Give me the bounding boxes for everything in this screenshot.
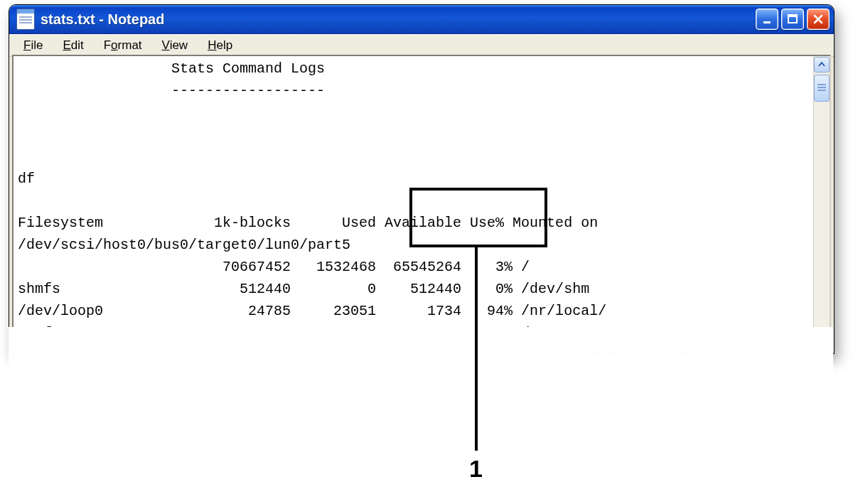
menu-file[interactable]: File: [14, 37, 53, 54]
minimize-icon: [761, 14, 773, 25]
df-device-path: /dev/scsi/host0/bus0/target0/lun0/part5: [18, 237, 350, 253]
menu-format[interactable]: Format: [94, 37, 152, 54]
notepad-icon: [16, 9, 35, 30]
menu-help[interactable]: Help: [198, 37, 242, 54]
heading-underline: ------------------: [171, 82, 325, 99]
close-button[interactable]: [807, 9, 830, 30]
maximize-icon: [787, 14, 798, 25]
text-area[interactable]: Stats Command Logs ------------------ df…: [14, 56, 813, 352]
svg-rect-2: [788, 15, 797, 17]
chevron-up-icon: [818, 61, 825, 68]
heading-text: Stats Command Logs: [171, 60, 325, 77]
menu-edit[interactable]: Edit: [53, 37, 93, 54]
minimize-button[interactable]: [756, 9, 778, 30]
annotation-label: 1: [469, 455, 483, 483]
close-icon: [812, 14, 824, 25]
df-command: df: [18, 171, 35, 187]
svg-rect-0: [763, 21, 771, 23]
df-row-4: pfs 512440 0 512440: [18, 347, 461, 352]
vertical-scrollbar[interactable]: [813, 56, 830, 352]
scroll-thumb[interactable]: [814, 75, 830, 102]
window-title: stats.txt - Notepad: [41, 11, 756, 28]
df-row-1: shmfs 512440 0 512440 0% /dev/shm: [18, 281, 589, 297]
client-area: Stats Command Logs ------------------ df…: [12, 55, 831, 353]
df-row-0: 70667452 1532468 65545264 3% /: [18, 259, 530, 275]
heading-indent: [18, 60, 171, 77]
maximize-button[interactable]: [781, 9, 804, 30]
window-control-buttons: [756, 9, 830, 30]
df-row-3: tmpfs 512440 36 512404 1% /: [18, 325, 530, 341]
notepad-window: stats.txt - Notepad File Edit Format Vie…: [9, 4, 835, 354]
df-header-line: Filesystem 1k-blocks Used Available Use%…: [18, 215, 598, 231]
df-row-2: /dev/loop0 24785 23051 1734 94% /nr/loca…: [18, 303, 606, 319]
scroll-up-button[interactable]: [814, 57, 830, 73]
title-bar[interactable]: stats.txt - Notepad: [9, 5, 834, 34]
menu-bar: File Edit Format View Help: [9, 34, 834, 57]
underline-indent: [18, 82, 171, 99]
menu-view[interactable]: View: [152, 37, 198, 54]
